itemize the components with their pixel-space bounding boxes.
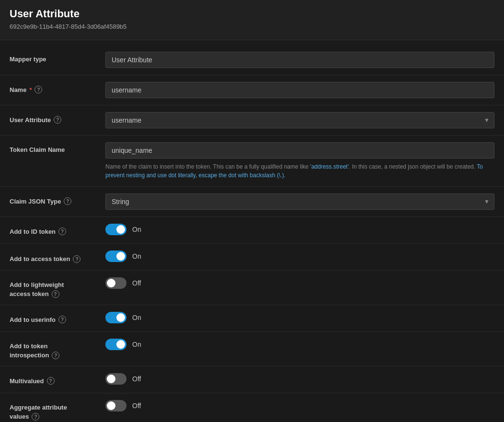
token-claim-name-label: Token Claim Name (10, 142, 105, 153)
add-to-lightweight-label-line2: access token ? (10, 289, 59, 298)
aggregate-attribute-values-label: Aggregate attribute values ? (10, 400, 105, 421)
add-to-access-token-row: Add to access token ? On (0, 244, 504, 271)
multivalued-state: Off (132, 375, 141, 383)
token-claim-name-input-col: Name of the claim to insert into the tok… (105, 142, 494, 180)
add-to-userinfo-toggle-row: On (105, 312, 494, 323)
add-to-id-token-toggle-row: On (105, 224, 494, 235)
add-to-lightweight-access-token-row: Add to lightweight access token ? Off (0, 271, 504, 305)
add-to-id-token-help-icon[interactable]: ? (58, 228, 66, 235)
page-subtitle: 692c9e9b-11b4-4817-85d4-3d06af4589b5 (10, 23, 494, 30)
name-input[interactable] (105, 82, 494, 98)
user-attribute-help-icon[interactable]: ? (54, 116, 61, 124)
multivalued-input-col: Off (105, 373, 494, 385)
hint-text-part2: . In this case, a nested json object wil… (349, 163, 477, 170)
mapper-type-input[interactable] (105, 52, 494, 68)
aggregate-attribute-values-row: Aggregate attribute values ? Off (0, 393, 504, 422)
add-to-userinfo-toggle[interactable] (105, 312, 126, 323)
aggregate-attribute-values-help-icon[interactable]: ? (32, 413, 39, 421)
name-input-col (105, 82, 494, 98)
add-to-lightweight-help-icon[interactable]: ? (52, 290, 59, 298)
add-to-id-token-label: Add to ID token ? (10, 224, 105, 235)
add-to-access-token-help-icon[interactable]: ? (73, 255, 80, 263)
hint-highlight1: 'address.street' (310, 163, 349, 170)
form-container: Mapper type Name * ? User Attribute ? us… (0, 40, 504, 422)
mapper-type-input-col (105, 52, 494, 68)
aggregate-attribute-values-state: Off (132, 402, 141, 410)
token-claim-name-row: Token Claim Name Name of the claim to in… (0, 136, 504, 187)
name-label: Name * ? (10, 82, 105, 93)
user-attribute-input-col: username email firstName lastName ▼ (105, 112, 494, 128)
claim-json-type-label: Claim JSON Type ? (10, 194, 105, 205)
required-star: * (29, 86, 32, 93)
aggregate-attribute-values-toggle[interactable] (105, 400, 126, 411)
claim-json-type-help-icon[interactable]: ? (64, 197, 71, 205)
claim-json-type-select-wrapper: String long int boolean JSON ▼ (105, 194, 494, 210)
add-to-lightweight-state: Off (132, 279, 141, 287)
add-to-token-introspection-help-icon[interactable]: ? (52, 352, 59, 359)
multivalued-label: Multivalued ? (10, 373, 105, 385)
add-to-userinfo-help-icon[interactable]: ? (58, 316, 66, 323)
claim-json-type-select[interactable]: String long int boolean JSON (105, 194, 494, 210)
add-to-access-token-label: Add to access token ? (10, 251, 105, 263)
add-to-token-introspection-input-col: On (105, 339, 494, 350)
multivalued-toggle-row: Off (105, 373, 494, 385)
user-attribute-label: User Attribute ? (10, 112, 105, 124)
add-to-userinfo-state: On (132, 314, 141, 321)
add-to-token-introspection-row: Add to token introspection ? On (0, 332, 504, 366)
add-to-token-introspection-label-line2: introspection ? (10, 351, 59, 359)
multivalued-row: Multivalued ? Off (0, 366, 504, 393)
name-help-icon[interactable]: ? (34, 86, 42, 93)
add-to-lightweight-toggle-row: Off (105, 277, 494, 289)
add-to-id-token-state: On (132, 226, 141, 233)
add-to-userinfo-label: Add to userinfo ? (10, 312, 105, 323)
add-to-access-token-toggle[interactable] (105, 251, 126, 262)
name-row: Name * ? (0, 75, 504, 105)
mapper-type-label: Mapper type (10, 52, 105, 63)
aggregate-attribute-values-toggle-row: Off (105, 400, 494, 411)
mapper-type-row: Mapper type (0, 45, 504, 75)
add-to-access-token-state: On (132, 252, 141, 260)
user-attribute-select[interactable]: username email firstName lastName (105, 112, 494, 128)
add-to-token-introspection-toggle-row: On (105, 339, 494, 350)
add-to-access-token-label-line1: Add to access token ? (10, 254, 80, 263)
aggregate-attribute-values-label-line2: values ? (10, 412, 39, 421)
user-attribute-row: User Attribute ? username email firstNam… (0, 105, 504, 136)
add-to-id-token-row: Add to ID token ? On (0, 217, 504, 244)
add-to-token-introspection-state: On (132, 341, 141, 348)
add-to-id-token-input-col: On (105, 224, 494, 235)
aggregate-attribute-values-input-col: Off (105, 400, 494, 411)
hint-text-part1: Name of the claim to insert into the tok… (105, 163, 310, 170)
add-to-access-token-toggle-row: On (105, 251, 494, 262)
multivalued-toggle[interactable] (105, 373, 126, 385)
multivalued-help-icon[interactable]: ? (47, 377, 55, 385)
add-to-userinfo-input-col: On (105, 312, 494, 323)
add-to-token-introspection-label: Add to token introspection ? (10, 339, 105, 359)
add-to-userinfo-row: Add to userinfo ? On (0, 305, 504, 332)
claim-json-type-row: Claim JSON Type ? String long int boolea… (0, 187, 504, 217)
token-claim-name-hint: Name of the claim to insert into the tok… (105, 162, 494, 180)
add-to-lightweight-access-token-label: Add to lightweight access token ? (10, 277, 105, 298)
add-to-lightweight-toggle[interactable] (105, 277, 126, 289)
add-to-id-token-toggle[interactable] (105, 224, 126, 235)
add-to-token-introspection-toggle[interactable] (105, 339, 126, 350)
add-to-access-token-input-col: On (105, 251, 494, 262)
claim-json-type-input-col: String long int boolean JSON ▼ (105, 194, 494, 210)
page-title: User Attribute (10, 8, 494, 20)
token-claim-name-input[interactable] (105, 142, 494, 159)
page-header: User Attribute 692c9e9b-11b4-4817-85d4-3… (0, 0, 504, 40)
add-to-lightweight-input-col: Off (105, 277, 494, 289)
user-attribute-select-wrapper: username email firstName lastName ▼ (105, 112, 494, 128)
